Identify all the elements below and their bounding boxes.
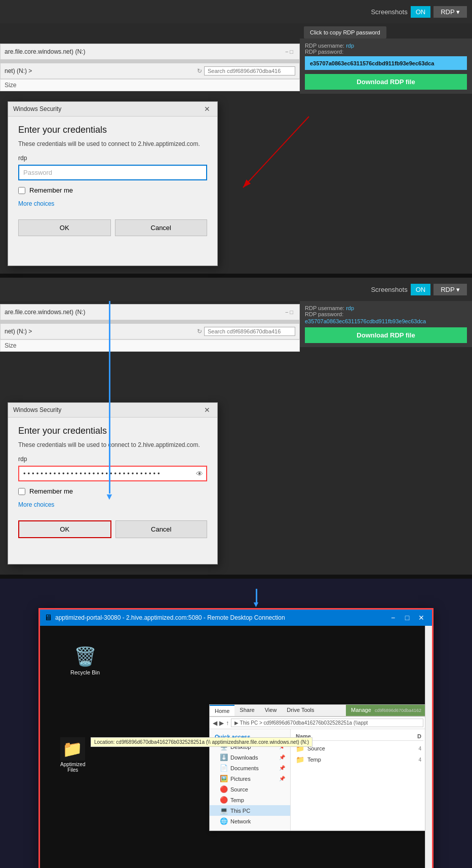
fe-content-header: Name D [294, 732, 423, 741]
documents-icon: 📄 [220, 764, 228, 772]
fe-tab-drivetools[interactable]: Drive Tools [282, 705, 319, 716]
sidebar-item-source[interactable]: 🔴 Source [210, 784, 290, 795]
on-toggle[interactable]: ON [411, 6, 431, 18]
rdp-button[interactable]: RDP ▾ [434, 6, 467, 18]
dialog1-ok-button[interactable]: OK [18, 219, 111, 236]
dialog2-close-button[interactable]: ✕ [202, 406, 212, 414]
rdp-username-label-2: RDP username: rdp [305, 305, 467, 311]
rdp-titlebar: 🖥 apptimized-portal-30080 - 2.hive.appti… [40, 610, 432, 626]
on-toggle-2[interactable]: ON [411, 284, 431, 295]
dialog1-buttons: OK Cancel [18, 219, 207, 236]
sidebar-item-temp[interactable]: 🔴 Temp [210, 795, 290, 805]
documents-pin-icon: 📌 [279, 765, 285, 771]
dialog2-password-input[interactable] [18, 466, 207, 481]
rdp-button-2[interactable]: RDP ▾ [434, 284, 467, 295]
rdp-password-label-2: RDP password: [305, 311, 467, 317]
fe-manage-subtitle: cd9f6896d670dba4162 [375, 708, 421, 713]
section2: Screenshots ON RDP ▾ RDP username: rdp R… [0, 278, 472, 575]
fe-forward-button[interactable]: ▶ [219, 720, 224, 727]
sidebar-item-downloads[interactable]: ⬇️ Downloads 📌 [210, 752, 290, 763]
fe-address-path[interactable]: ▶ This PC > cd9f6896d670dba416276b032528… [231, 719, 423, 727]
dialog1-user-label: rdp [18, 155, 207, 162]
dialog2-area: Windows Security ✕ Enter your credential… [0, 392, 472, 575]
sidebar-temp-label: Temp [230, 797, 244, 803]
fe-tab-share[interactable]: Share [234, 705, 259, 716]
dialog1-remember-checkbox[interactable] [18, 187, 25, 194]
screenshots-label-2: Screenshots [371, 286, 407, 293]
apptimized-tooltip-text: Location: cd9f6896d670dba416276b03252825… [94, 739, 309, 745]
fe-manage-tab[interactable]: Manage cd9f6896d670dba4162 [346, 705, 426, 716]
dialog2-titlebar: Windows Security ✕ [8, 403, 217, 418]
fe-up-button[interactable]: ↑ [226, 720, 229, 727]
size-bar-2: Size [0, 339, 300, 352]
sidebar-item-documents[interactable]: 📄 Documents 📌 [210, 763, 290, 773]
recycle-bin[interactable]: 🗑️ Recycle Bin [70, 646, 100, 675]
file-path-1: are.file.core.windows.net) (N:) [5, 48, 285, 55]
windows-security-dialog-1: Windows Security ✕ Enter your credential… [8, 101, 218, 266]
dialog2-desc: These credentials will be used to connec… [18, 441, 207, 448]
file-strip-2: net) (N:) > ↻ [0, 63, 300, 79]
fe-ribbon-tabs: Home Share View Drive Tools Manage cd9f6… [210, 705, 426, 716]
dialog1-heading: Enter your credentials [18, 125, 207, 135]
arrow-indicator: ▼ [8, 589, 464, 604]
copy-tooltip: Click to copy RDP password [304, 26, 386, 39]
col-d-header: D [406, 733, 421, 739]
file-strip-1: are.file.core.windows.net) (N:) − □ [0, 44, 300, 60]
search-input[interactable] [204, 66, 295, 76]
eye-icon[interactable]: 👁 [196, 470, 203, 478]
sidebar-documents-label: Documents [230, 765, 259, 771]
folder-temp-size: 4 [406, 757, 421, 763]
sidebar-pictures-label: Pictures [230, 776, 251, 782]
file-strip-4: net) (N:) > ↻ [0, 323, 300, 339]
dialog2-remember-label: Remember me [29, 487, 73, 495]
fe-tab-view[interactable]: View [260, 705, 282, 716]
search-input-2[interactable] [204, 327, 295, 336]
rdp-minimize-button[interactable]: − [386, 611, 400, 624]
apptimized-label: ApptimizedFiles [60, 762, 85, 773]
dialog2-heading: Enter your credentials [18, 426, 207, 436]
size-label-2: Size [5, 342, 16, 349]
dialog1-close-button[interactable]: ✕ [202, 105, 212, 113]
rdp-window-controls: − □ ✕ [386, 611, 428, 624]
dialog2-title-text: Windows Security [13, 406, 61, 413]
sidebar-item-thispc[interactable]: 💻 This PC [210, 805, 290, 816]
dialog2-ok-button[interactable]: OK [18, 520, 111, 538]
windows-security-dialog-2: Windows Security ✕ Enter your credential… [8, 402, 218, 564]
rdp-scrollbar[interactable] [425, 626, 432, 868]
size-bar: Size [0, 79, 300, 91]
sidebar-thispc-label: This PC [230, 808, 250, 814]
sidebar-source-label: Source [230, 786, 248, 792]
download-rdp-button-2[interactable]: Download RDP file [305, 327, 467, 343]
rdp-close-button[interactable]: ✕ [415, 611, 428, 624]
dialog1-more-choices-link[interactable]: More choices [18, 200, 54, 207]
section2-rdp-panel: RDP username: rdp RDP password: e35707a0… [0, 301, 472, 392]
apptimized-file-icon: 📁 [62, 739, 83, 759]
source-icon: 🔴 [220, 785, 228, 793]
dialog2-cancel-button[interactable]: Cancel [115, 520, 208, 538]
dialog1-cancel-button[interactable]: Cancel [115, 219, 208, 236]
dialog1-title-text: Windows Security [13, 105, 61, 112]
dialog1-password-input[interactable] [18, 165, 207, 180]
rdp-info-panel-2: RDP username: rdp RDP password: e35707a0… [300, 301, 472, 347]
dialog2-remember-checkbox[interactable] [18, 488, 25, 495]
fe-back-button[interactable]: ◀ [213, 720, 217, 727]
dialog2-body: Enter your credentials These credentials… [8, 418, 217, 544]
folder-temp[interactable]: 📁 Temp 4 [294, 754, 423, 765]
section1: Screenshots ON RDP ▾ Click to copy RDP p… [0, 0, 472, 274]
section-divider-2 [0, 575, 472, 579]
sidebar-item-pictures[interactable]: 🖼️ Pictures 📌 [210, 773, 290, 784]
sidebar-item-network[interactable]: 🌐 Network [210, 816, 290, 826]
network-icon: 🌐 [220, 817, 228, 825]
folder-source[interactable]: 📁 Source 4 [294, 743, 423, 754]
dialog1-titlebar: Windows Security ✕ [8, 102, 217, 117]
download-rdp-button[interactable]: Download RDP file [305, 74, 467, 90]
rdp-password-box[interactable]: e35707a0863ec6311576cdbd911fb93e9ec63dca [305, 56, 467, 70]
file-path-2: net) (N:) > [5, 67, 195, 74]
dialog2-more-choices-link[interactable]: More choices [18, 501, 54, 508]
rdp-username-value-2: rdp [346, 305, 354, 311]
recycle-bin-label: Recycle Bin [70, 669, 100, 675]
fe-tab-home[interactable]: Home [210, 705, 234, 716]
svg-line-1 [243, 117, 309, 187]
rdp-maximize-button[interactable]: □ [401, 611, 414, 624]
apptimized-files[interactable]: 📁 ApptimizedFiles [60, 737, 85, 773]
